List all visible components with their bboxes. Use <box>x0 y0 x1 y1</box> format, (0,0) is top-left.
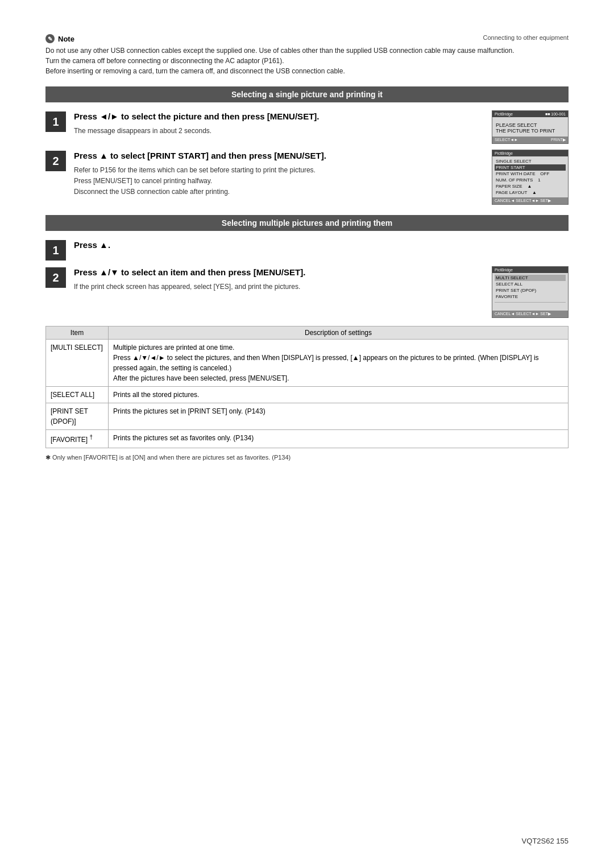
pb2-row6: PAGE LAYOUT ▲ <box>495 189 566 196</box>
pb3-topbar: PictBridge <box>492 267 568 273</box>
pb3-body: MULTI SELECT SELECT ALL PRINT SET (DPOF)… <box>492 273 568 311</box>
step2-number: 2 <box>45 151 66 171</box>
pb2-bottom: CANCEL◄ SELECT◄► SET▶ <box>492 197 568 204</box>
table-cell-item4: [FAVORITE] † <box>46 430 109 448</box>
pb-bottom-left: SELECT◄► <box>495 138 518 142</box>
table-row: [PRINT SET(DPOF)] Prints the pictures se… <box>46 403 569 430</box>
table-cell-item1: [MULTI SELECT] <box>46 340 109 387</box>
pb-bottom-right: PRINT▶ <box>551 138 566 142</box>
table-row: [SELECT ALL] Prints all the stored pictu… <box>46 387 569 403</box>
table-cell-desc1: Multiple pictures are printed at one tim… <box>109 340 569 387</box>
step2-content: Press ▲ to select [PRINT START] and then… <box>74 150 569 205</box>
step1-main-row: Press ◄/► to select the picture and then… <box>74 110 569 144</box>
s2-step1-number: 1 <box>45 240 66 261</box>
top-right-label: Connecting to other equipment <box>483 34 569 41</box>
note-label: Note <box>58 35 74 43</box>
pb-body: PLEASE SELECTTHE PICTURE TO PRINT <box>492 117 568 137</box>
pb-topbar-left: PictBridge <box>495 112 513 116</box>
step1-sub: The message disappears in about 2 second… <box>74 126 483 136</box>
step1-text-block: Press ◄/► to select the picture and then… <box>74 110 492 138</box>
table-cell-desc3: Prints the pictures set in [PRINT SET] o… <box>109 403 569 430</box>
pb-row-1: PLEASE SELECTTHE PICTURE TO PRINT <box>495 119 566 135</box>
note-icon: ✎ <box>45 34 55 43</box>
table-cell-item3: [PRINT SET(DPOF)] <box>46 403 109 430</box>
page-number: VQT2S62 155 <box>522 837 569 845</box>
s2-step1-content: Press ▲. <box>74 239 569 254</box>
s2-step2-main-row: Press ▲/▼ to select an item and then pre… <box>74 266 569 318</box>
pb3-row2: SELECT ALL <box>495 281 566 287</box>
step2-text-block: Press ▲ to select [PRINT START] and then… <box>74 150 492 198</box>
section2-step2: 2 Press ▲/▼ to select an item and then p… <box>45 266 569 318</box>
pb2-topbar: PictBridge <box>492 150 568 156</box>
s2-step2-number: 2 <box>45 267 66 288</box>
col1-header: Item <box>46 326 109 340</box>
pb-topbar: PictBridge ■■ 100-001 <box>492 111 568 117</box>
pb3-row5 <box>495 302 566 309</box>
pb3-topbar-text: PictBridge <box>495 268 513 272</box>
step2-main-row: Press ▲ to select [PRINT START] and then… <box>74 150 569 205</box>
section2-header: Selecting multiple pictures and printing… <box>45 215 569 231</box>
table-row: [FAVORITE] † Prints the pictures set as … <box>46 430 569 448</box>
step2-title: Press ▲ to select [PRINT START] and then… <box>74 150 483 162</box>
pb2-body: SINGLE SELECT PRINT START PRINT WITH DAT… <box>492 156 568 197</box>
step1-content: Press ◄/► to select the picture and then… <box>74 110 569 144</box>
section2-step2-screen: PictBridge MULTI SELECT SELECT ALL PRINT… <box>492 266 569 318</box>
section2-step1: 1 Press ▲. <box>45 239 569 261</box>
pb2-row2-highlight: PRINT START <box>495 164 566 171</box>
table-cell-desc2: Prints all the stored pictures. <box>109 387 569 403</box>
step2-sub: Refer to P156 for the items which can be… <box>74 165 483 198</box>
step1-title: Press ◄/► to select the picture and then… <box>74 110 483 122</box>
section1-step1: 1 Press ◄/► to select the picture and th… <box>45 110 569 144</box>
pb-bottom: SELECT◄► PRINT▶ <box>492 137 568 143</box>
pb-topbar-right: ■■ 100-001 <box>545 112 566 116</box>
table-row: [MULTI SELECT] Multiple pictures are pri… <box>46 340 569 387</box>
settings-table: Item Description of settings [MULTI SELE… <box>45 326 569 448</box>
section1-header: Selecting a single picture and printing … <box>45 86 569 102</box>
section1-step2-screen: PictBridge SINGLE SELECT PRINT START PRI… <box>492 150 569 205</box>
s2-step2-title: Press ▲/▼ to select an item and then pre… <box>74 266 483 278</box>
s2-step2-text-block: Press ▲/▼ to select an item and then pre… <box>74 266 492 292</box>
pb3-row4: FAVORITE <box>495 294 566 300</box>
table-cell-desc4: Prints the pictures set as favorites onl… <box>109 430 569 448</box>
s2-step2-sub: If the print check screen has appeared, … <box>74 282 483 292</box>
step1-number: 1 <box>45 111 66 132</box>
footnote: ✱ Only when [FAVORITE] is at [ON] and wh… <box>45 454 569 461</box>
note-text: Do not use any other USB connection cabl… <box>45 46 569 76</box>
pb2-row1: SINGLE SELECT <box>495 158 566 164</box>
pb3-row1: MULTI SELECT <box>495 275 566 281</box>
table-cell-item2: [SELECT ALL] <box>46 387 109 403</box>
pb3-bottom: CANCEL◄ SELECT◄► SET▶ <box>492 311 568 317</box>
pb2-topbar-text: PictBridge <box>495 151 513 155</box>
s2-step1-title: Press ▲. <box>74 239 569 251</box>
col2-header: Description of settings <box>109 326 569 340</box>
section1-step2: 2 Press ▲ to select [PRINT START] and th… <box>45 150 569 205</box>
pb2-row4: NUM. OF PRINTS 1 <box>495 177 566 183</box>
page: Connecting to other equipment ✎ Note Do … <box>0 0 614 868</box>
section1-step1-screen: PictBridge ■■ 100-001 PLEASE SELECTTHE P… <box>492 110 569 144</box>
pb2-row3: PRINT WITH DATE OFF <box>495 171 566 177</box>
pb2-row5: PAPER SIZE ▲ <box>495 183 566 189</box>
s2-step2-content: Press ▲/▼ to select an item and then pre… <box>74 266 569 318</box>
pb3-row3: PRINT SET (DPOF) <box>495 287 566 294</box>
